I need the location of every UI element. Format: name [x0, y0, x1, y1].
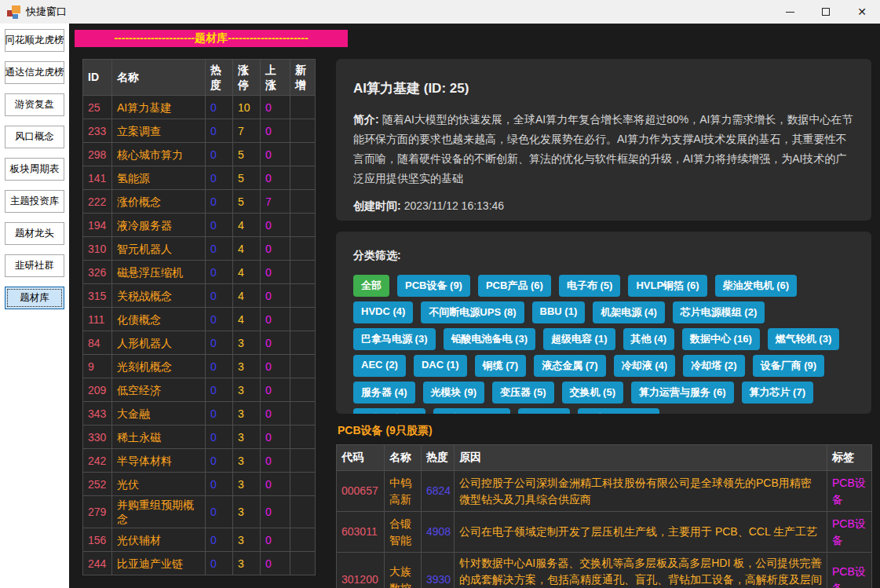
filter-tag[interactable]: 算力运营与服务 (6) — [631, 382, 734, 404]
minimize-button[interactable] — [772, 0, 808, 24]
filter-tag[interactable]: 算力调度 (6) — [353, 408, 425, 414]
theme-new — [290, 425, 316, 449]
theme-row[interactable]: 343 大金融 0 3 0 — [83, 402, 316, 425]
filter-tag[interactable]: 柴油发电机 (6) — [715, 275, 798, 297]
theme-row[interactable]: 330 稀土永磁 0 3 0 — [83, 425, 316, 449]
sidebar-item[interactable]: 题材龙头 — [5, 222, 64, 245]
stock-row[interactable]: 301200 大族数控 3930 针对数据中心AI服务器、交换机等高多层板及高多… — [337, 553, 872, 588]
category-filter-card: 分类筛选: 全部 PCB设备 (9) PCB产品 (6) 电子布 (5) HVL… — [336, 232, 871, 414]
theme-row[interactable]: 326 磁悬浮压缩机 0 4 0 — [83, 261, 316, 284]
filter-tag[interactable]: 北交所股票 (2) — [578, 408, 660, 414]
theme-up: 0 — [261, 552, 290, 575]
theme-row[interactable]: 244 比亚迪产业链 0 3 0 — [83, 552, 316, 575]
main-area: ----------------------题材库---------------… — [69, 24, 880, 588]
stock-row[interactable]: 603011 合锻智能 4908 公司在电子领域定制开发了层压机生产线，主要用于… — [337, 512, 872, 553]
filter-tag[interactable]: HVDC (4) — [353, 301, 413, 323]
stock-hot: 6824 — [422, 471, 455, 512]
theme-row[interactable]: 209 低空经济 0 3 0 — [83, 378, 316, 402]
close-button[interactable]: ✕ — [844, 0, 880, 24]
sidebar-item[interactable]: 通达信龙虎榜 — [5, 61, 64, 84]
filter-tag[interactable]: 设备厂商 (9) — [753, 355, 825, 377]
theme-row[interactable]: 222 涨价概念 0 5 7 — [83, 190, 316, 214]
theme-row[interactable]: 252 光伏 0 3 0 — [83, 473, 316, 496]
filter-tag[interactable]: BBU (1) — [532, 301, 586, 323]
theme-row[interactable]: 25 AI算力基建 0 10 0 — [83, 96, 316, 119]
theme-id: 222 — [83, 190, 112, 214]
theme-limit-up: 4 — [233, 261, 261, 284]
filter-tag[interactable]: 算力租赁 (10) — [433, 408, 511, 414]
theme-table: ID名称热度涨停上涨新增 25 AI算力基建 0 10 0 233 立案调查 0… — [82, 59, 316, 575]
sidebar-item[interactable]: 韭研社群 — [5, 254, 64, 277]
theme-row[interactable]: 279 并购重组预期概念 0 3 0 — [83, 496, 316, 528]
filter-tag[interactable]: 铜缆 (7) — [475, 355, 527, 377]
filter-tag[interactable]: 数据中心 (16) — [682, 328, 760, 350]
theme-limit-up: 10 — [233, 96, 261, 119]
theme-row[interactable]: 194 液冷服务器 0 4 0 — [83, 214, 316, 237]
sidebar-item[interactable]: 题材库 — [5, 287, 64, 309]
theme-row[interactable]: 233 立案调查 0 7 0 — [83, 119, 316, 143]
filter-tag[interactable]: 冷却液 (4) — [614, 355, 676, 377]
theme-row[interactable]: 84 人形机器人 0 3 0 — [83, 331, 316, 355]
stock-tag: PCB设备 — [827, 512, 872, 553]
filter-tag[interactable]: 芯片电源模组 (2) — [673, 301, 765, 323]
filter-tag[interactable]: HVLP铜箔 (6) — [628, 275, 707, 297]
theme-name: 光伏 — [112, 473, 206, 496]
theme-limit-up: 5 — [233, 166, 261, 190]
maximize-icon — [822, 8, 830, 16]
sidebar-item[interactable]: 同花顺龙虎榜 — [5, 29, 64, 52]
filter-tag[interactable]: 其他 (1) — [518, 408, 570, 414]
sidebar-item[interactable]: 主题投资库 — [5, 190, 64, 213]
theme-limit-up: 4 — [233, 308, 261, 331]
filter-tag[interactable]: 不间断电源UPS (8) — [421, 301, 524, 323]
filter-tag[interactable]: 交换机 (5) — [562, 382, 624, 404]
filter-tag[interactable]: 光模块 (9) — [423, 382, 485, 404]
filter-tag[interactable]: 超级电容 (1) — [543, 328, 615, 350]
theme-hot: 0 — [206, 96, 233, 119]
filter-tag[interactable]: PCB设备 (9) — [397, 275, 470, 297]
filter-tag[interactable]: 电子布 (5) — [559, 275, 621, 297]
filter-tag[interactable]: 巴拿马电源 (3) — [353, 328, 436, 350]
theme-name: 低空经济 — [112, 378, 206, 402]
sidebar-item[interactable]: 游资复盘 — [5, 93, 64, 116]
filter-tag[interactable]: 铅酸电池备电 (3) — [444, 328, 536, 350]
theme-new — [290, 261, 316, 284]
theme-row[interactable]: 242 半导体材料 0 3 0 — [83, 449, 316, 473]
filter-tag[interactable]: PCB产品 (6) — [478, 275, 551, 297]
theme-new — [290, 284, 316, 308]
theme-hot: 0 — [206, 308, 233, 331]
theme-up: 0 — [261, 308, 290, 331]
filter-tag-all[interactable]: 全部 — [353, 275, 389, 297]
filter-tag[interactable]: AEC (2) — [353, 355, 406, 377]
theme-id: 25 — [83, 96, 112, 119]
intro-label: 简介: — [353, 113, 379, 126]
theme-row[interactable]: 310 智元机器人 0 4 0 — [83, 237, 316, 261]
theme-limit-up: 3 — [233, 378, 261, 402]
theme-row[interactable]: 141 氢能源 0 5 0 — [83, 166, 316, 190]
filter-tag[interactable]: 机架电源 (4) — [593, 301, 665, 323]
theme-id: 141 — [83, 166, 112, 190]
theme-new — [290, 214, 316, 237]
theme-row[interactable]: 156 光伏辅材 0 3 0 — [83, 528, 316, 552]
filter-tag[interactable]: 冷却塔 (2) — [683, 355, 745, 377]
filter-tag[interactable]: DAC (1) — [414, 355, 467, 377]
filter-tag[interactable]: 液态金属 (7) — [534, 355, 606, 377]
stock-row[interactable]: 000657 中钨高新 6824 公司控股子公司深圳金洲精工科技股份有限公司是全… — [337, 471, 872, 512]
theme-row[interactable]: 111 化债概念 0 4 0 — [83, 308, 316, 331]
filter-tag[interactable]: 算力芯片 (7) — [742, 382, 814, 404]
theme-id: 310 — [83, 237, 112, 261]
sidebar-item[interactable]: 板块周期表 — [5, 158, 64, 181]
theme-new — [290, 449, 316, 473]
maximize-button[interactable] — [808, 0, 844, 24]
theme-limit-up: 5 — [233, 190, 261, 214]
stock-table-header: 代码名称热度原因标签 — [337, 445, 872, 471]
theme-row[interactable]: 298 核心城市算力 0 5 0 — [83, 143, 316, 166]
theme-row[interactable]: 315 关税战概念 0 4 0 — [83, 284, 316, 308]
filter-tag[interactable]: 燃气轮机 (3) — [768, 328, 840, 350]
filter-tag[interactable]: 其他 (4) — [623, 328, 675, 350]
theme-row[interactable]: 9 光刻机概念 0 3 0 — [83, 355, 316, 378]
filter-tag[interactable]: 服务器 (4) — [353, 382, 415, 404]
filter-tag[interactable]: 变压器 (5) — [492, 382, 554, 404]
stock-hot: 4908 — [422, 512, 455, 553]
detail-panel: AI算力基建 (ID: 25) 简介:随着AI大模型的快速发展，全球AI算力年复… — [336, 59, 871, 588]
sidebar-item[interactable]: 风口概念 — [5, 126, 64, 148]
